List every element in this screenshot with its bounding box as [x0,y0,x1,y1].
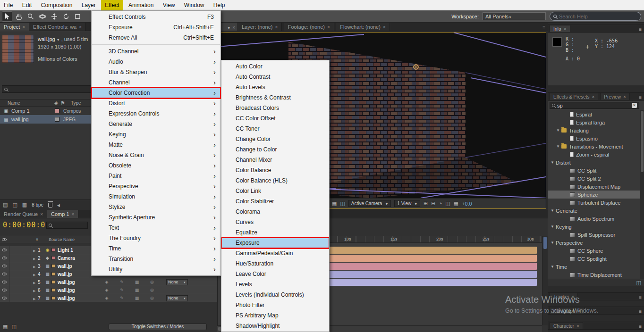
tree-item[interactable]: Espasmo [548,134,644,142]
twisty-icon[interactable]: ▼ [551,224,556,229]
quality-switch-icon[interactable] [99,288,114,292]
motion-blur-switch-icon[interactable] [129,288,144,292]
menubar-item[interactable]: Window [180,0,208,10]
menubar-item[interactable]: View [159,0,179,10]
menubar-item[interactable]: Composition [37,0,76,10]
region-of-interest-icon[interactable] [340,201,345,206]
tree-item[interactable]: CC Split [548,166,644,174]
menu-item[interactable]: Text [92,223,220,233]
new-composition-icon[interactable] [22,202,27,208]
parent-pickwhip-icon[interactable] [144,280,160,284]
column-source-name[interactable]: Source Name [49,237,75,242]
label-color-swatch[interactable] [55,108,59,113]
effects-switch-icon[interactable] [114,280,129,284]
expander-icon[interactable] [31,272,38,277]
menu-item[interactable]: Utility [92,264,220,274]
expander-icon[interactable] [31,288,38,293]
submenu-item[interactable]: Shadow/Highlight [221,321,329,331]
help-search-input[interactable] [559,14,630,19]
menu-item[interactable]: Generate [92,119,220,129]
transparency-grid-icon[interactable] [332,201,337,206]
submenu-item[interactable]: Change to Color [221,144,329,155]
bit-depth-label[interactable]: 8 bpc [32,202,43,208]
twisty-icon[interactable]: ▼ [551,241,556,245]
menu-item[interactable]: Obsolete [92,160,220,171]
panel-menu-icon[interactable] [639,92,642,101]
layer-row[interactable]: 5 wall.jpg None [0,278,217,286]
panel-menu-icon[interactable] [542,22,545,31]
camera-view-select[interactable]: Active Camera [348,200,391,207]
panel-tab[interactable]: Render Queue [0,210,47,218]
effects-scrollbar[interactable] [640,110,644,279]
tab-info[interactable]: Info [550,25,570,32]
submenu-item[interactable]: CC Toner [221,124,329,134]
mask-visibility-icon[interactable] [431,201,435,206]
parent-select[interactable]: None [166,279,188,285]
new-folder-icon[interactable] [636,280,641,285]
chevron-down-icon[interactable] [55,36,61,42]
submenu-item[interactable]: Change Color [221,134,329,144]
menu-item[interactable]: Keying [92,129,220,140]
rotation-tool-icon[interactable] [61,11,71,22]
submenu-item[interactable]: Auto Contrast [221,72,329,82]
channel-show-icon[interactable] [454,201,458,206]
effects-switch-icon[interactable] [114,296,129,300]
motion-blur-switch-icon[interactable] [129,296,144,300]
panel-tab[interactable]: Preview [600,93,629,100]
close-icon[interactable] [576,324,579,329]
project-search-input[interactable] [9,86,94,92]
tree-item[interactable]: Turbulent Displace [548,199,644,207]
tree-item[interactable]: CC Spotlight [548,255,644,263]
close-icon[interactable] [578,308,581,314]
trash-icon[interactable] [48,203,52,208]
expander-icon[interactable] [31,256,38,261]
composition-mini-flowchart-icon[interactable] [3,324,8,329]
label-color-swatch[interactable] [51,288,55,292]
menu-item[interactable]: Remove All Ctrl+Shift+E [92,33,220,43]
submenu-item[interactable]: Equalize [221,227,329,238]
pan-behind-tool-icon[interactable] [49,11,59,22]
panel-tab[interactable]: Footage: (none) [284,23,334,31]
orbit-camera-tool-icon[interactable] [37,11,48,22]
submenu-item[interactable]: Photo Filter [221,300,329,310]
column-name[interactable]: Name [8,100,53,106]
tree-item[interactable]: ▼ Perspective [548,239,644,247]
hand-tool-icon[interactable] [14,11,24,22]
visibility-toggle-icon[interactable] [2,297,7,299]
av-switches[interactable] [9,254,31,262]
close-icon[interactable] [383,24,386,30]
submenu-item[interactable]: Gamma/Pedestal/Gain [221,248,329,258]
submenu-item[interactable]: Leave Color [221,269,329,279]
submenu-item[interactable]: Colorama [221,207,329,217]
tab-character[interactable]: Character [550,322,583,329]
menu-item[interactable]: Paint [92,171,220,181]
label-color-swatch[interactable] [51,280,55,284]
menu-item[interactable]: Effect Controls F3 [92,12,220,22]
shy-layers-icon[interactable] [11,324,16,329]
timeline-search[interactable] [46,222,88,229]
submenu-item[interactable]: Curves [221,217,329,227]
layer-row[interactable]: 7 wall.jpg None [0,294,217,302]
submenu-item[interactable]: Color Balance (HLS) [221,175,329,186]
parent-pickwhip-icon[interactable] [144,288,160,292]
panel-menu-icon[interactable] [639,307,642,315]
tree-item[interactable]: Espiral [548,110,644,118]
expander-icon[interactable] [31,296,38,301]
close-icon[interactable] [327,24,330,30]
chevron-down-icon[interactable] [227,23,230,31]
interpret-footage-icon[interactable] [3,202,8,208]
menubar-item[interactable]: Layer [78,0,100,10]
panel-menu-icon[interactable] [639,322,642,330]
timecode-icon[interactable] [439,201,442,206]
panel-tab[interactable]: Project [0,23,29,31]
menu-item[interactable]: Perspective [92,181,220,191]
tab-paragraph[interactable]: Paragraph [550,307,585,314]
menu-item[interactable]: Synthetic Aperture [92,212,220,223]
close-icon[interactable] [22,24,25,30]
label-color-swatch[interactable] [55,117,59,122]
panel-tab[interactable]: Flowchart: (none) [336,23,390,31]
label-color-swatch[interactable] [51,248,55,252]
label-color-swatch[interactable] [51,296,55,300]
close-icon[interactable] [232,23,235,31]
menu-item[interactable]: Channel [92,77,220,88]
